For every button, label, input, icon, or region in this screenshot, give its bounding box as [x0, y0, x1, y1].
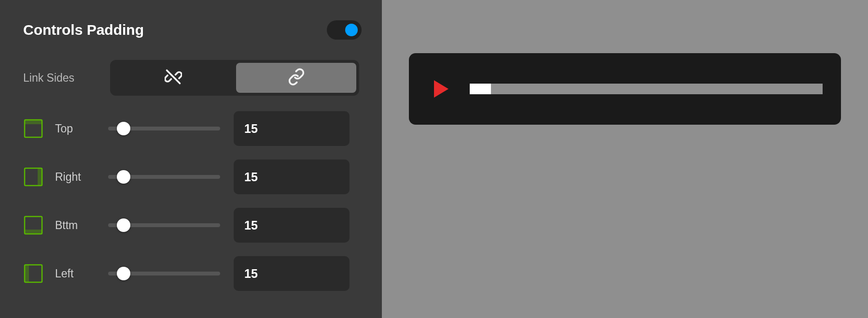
padding-bottom-icon — [23, 215, 43, 235]
padding-bottom-row: Bttm px — [23, 208, 362, 243]
unlink-sides-button[interactable] — [113, 63, 233, 93]
padding-left-icon — [23, 263, 43, 284]
link-sides-segmented — [110, 60, 359, 96]
slider-thumb[interactable] — [117, 122, 130, 135]
padding-top-value-box: px — [234, 111, 350, 146]
controls-padding-panel: Controls Padding Link Sides — [0, 0, 382, 318]
controls-padding-toggle[interactable] — [327, 20, 362, 40]
preview-canvas — [382, 0, 868, 318]
padding-top-label: Top — [55, 122, 108, 135]
progress-bar[interactable] — [470, 84, 823, 94]
padding-left-row: Left px — [23, 256, 362, 291]
padding-left-input[interactable] — [234, 267, 400, 281]
video-controls-preview — [409, 53, 841, 125]
padding-right-slider[interactable] — [108, 175, 220, 179]
padding-bottom-value-box: px — [234, 208, 350, 243]
padding-right-row: Right px — [23, 159, 362, 194]
padding-bottom-input[interactable] — [234, 218, 400, 232]
link-sides-label: Link Sides — [23, 72, 110, 85]
padding-left-value-box: px — [234, 256, 350, 291]
link-sides-row: Link Sides — [23, 60, 362, 96]
progress-fill — [470, 84, 491, 94]
padding-top-input[interactable] — [234, 122, 400, 136]
slider-thumb[interactable] — [117, 218, 130, 232]
toggle-knob — [345, 24, 358, 36]
svg-rect-5 — [25, 230, 42, 234]
padding-left-label: Left — [55, 267, 108, 280]
padding-right-label: Right — [55, 171, 108, 184]
unlink-icon — [165, 68, 182, 87]
slider-thumb[interactable] — [117, 267, 130, 280]
svg-rect-7 — [25, 265, 29, 282]
padding-bottom-slider[interactable] — [108, 223, 220, 227]
padding-top-slider[interactable] — [108, 127, 220, 130]
link-icon — [288, 68, 305, 87]
padding-bottom-label: Bttm — [55, 219, 108, 232]
panel-header: Controls Padding — [23, 20, 362, 40]
padding-top-icon — [23, 118, 43, 139]
svg-rect-1 — [25, 120, 42, 124]
link-sides-button[interactable] — [236, 63, 356, 93]
padding-top-row: Top px — [23, 111, 362, 146]
padding-left-slider[interactable] — [108, 272, 220, 275]
panel-title: Controls Padding — [23, 22, 144, 38]
slider-thumb[interactable] — [117, 170, 130, 184]
play-button[interactable] — [434, 80, 448, 98]
padding-right-value-box: px — [234, 159, 350, 194]
padding-right-input[interactable] — [234, 170, 400, 184]
padding-right-icon — [23, 167, 43, 187]
svg-rect-3 — [38, 168, 42, 186]
